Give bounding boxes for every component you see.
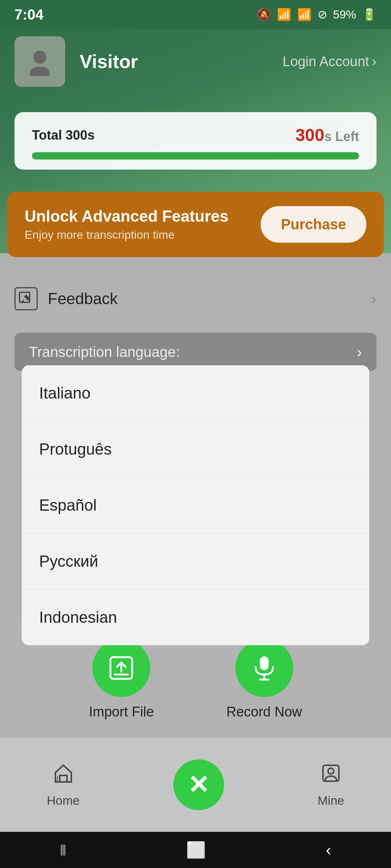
svg-point-0 (33, 51, 46, 64)
nav-mine[interactable]: Mine (318, 762, 344, 808)
feedback-icon (14, 287, 38, 310)
svg-point-10 (328, 768, 334, 774)
import-file-button[interactable] (92, 639, 150, 697)
home-svg-icon (52, 762, 74, 784)
language-option-italiano[interactable]: Italiano (22, 365, 369, 421)
status-bar: 7:04 🔕 📶 📶 ⊘ 59% 🔋 (0, 0, 391, 29)
language-option-indonesian[interactable]: Indonesian (22, 590, 369, 645)
record-now-wrap: Record Now (226, 639, 302, 720)
transcription-language-label: Transcription language: (29, 344, 180, 360)
feedback-row[interactable]: Feedback › (14, 278, 377, 319)
microphone-icon (250, 654, 279, 682)
unlock-banner: Unlock Advanced Features Enjoy more tran… (7, 192, 384, 257)
purchase-button[interactable]: Purchase (261, 206, 366, 243)
profile-section: Visitor Login Account › (14, 36, 377, 87)
avatar-icon (25, 47, 54, 76)
bottom-nav: Home ✕ Mine (0, 738, 391, 832)
edit-icon (19, 292, 33, 306)
close-x-icon: ✕ (188, 770, 209, 800)
language-dropdown: Italiano Protuguês Español Русский Indon… (22, 365, 369, 645)
recent-apps-button[interactable]: ⦀ (60, 841, 66, 859)
login-account-button[interactable]: Login Account › (283, 54, 377, 69)
feedback-label: Feedback (48, 290, 118, 308)
language-option-portugues[interactable]: Protuguês (22, 421, 369, 477)
stats-total-label: Total 300s (32, 128, 94, 143)
battery-icon: 🔋 (362, 8, 377, 21)
unlock-text: Unlock Advanced Features Enjoy more tran… (25, 207, 228, 242)
battery-text: 59% (333, 8, 356, 21)
home-icon (52, 762, 74, 789)
nav-close-button[interactable]: ✕ (173, 760, 224, 810)
profile-name: Visitor (80, 51, 138, 72)
feedback-chevron-icon: › (371, 290, 377, 308)
import-file-label: Import File (89, 704, 154, 720)
notification-icon: 🔕 (257, 8, 271, 21)
back-button[interactable]: ‹ (326, 841, 331, 859)
progress-bar (32, 152, 359, 159)
progress-fill (32, 152, 359, 159)
upload-icon (107, 654, 136, 682)
language-option-russian[interactable]: Русский (22, 533, 369, 590)
svg-rect-6 (260, 656, 269, 670)
lang-chevron-icon: › (357, 343, 362, 361)
nav-home[interactable]: Home (47, 762, 80, 808)
unlock-title: Unlock Advanced Features (25, 207, 228, 225)
system-nav-bar: ⦀ ⬜ ‹ (0, 832, 391, 868)
record-now-button[interactable] (235, 639, 293, 697)
stats-card: Total 300s 300s Left (14, 112, 377, 170)
import-file-wrap: Import File (89, 639, 154, 720)
chevron-right-icon: › (372, 54, 377, 69)
language-option-espanol[interactable]: Español (22, 477, 369, 533)
svg-point-1 (30, 67, 50, 76)
wifi-icon: 📶 (277, 8, 291, 21)
record-now-label: Record Now (226, 704, 302, 720)
signal-icon: 📶 (297, 8, 312, 21)
nav-home-label: Home (47, 793, 80, 808)
clock-icon: ⊘ (318, 8, 327, 21)
avatar (14, 36, 65, 87)
feedback-left: Feedback (14, 287, 118, 310)
home-button[interactable]: ⬜ (186, 841, 206, 859)
status-icons: 🔕 📶 📶 ⊘ 59% 🔋 (257, 8, 377, 21)
unlock-subtitle: Enjoy more transcription time (25, 228, 228, 242)
status-time: 7:04 (14, 7, 43, 23)
mine-svg-icon (320, 762, 342, 784)
nav-mine-label: Mine (318, 793, 344, 808)
mine-icon (320, 762, 342, 789)
stats-left-value: 300s Left (295, 125, 359, 145)
